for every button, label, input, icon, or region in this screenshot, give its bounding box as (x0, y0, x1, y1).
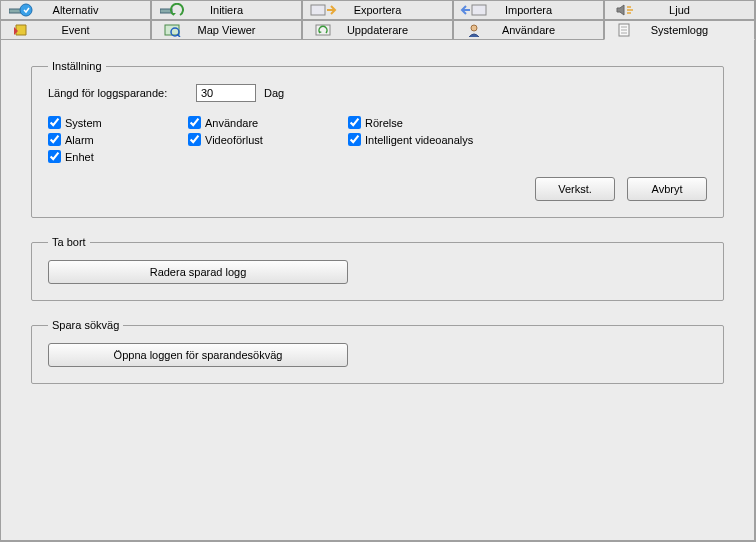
svg-point-9 (471, 25, 477, 31)
apply-button[interactable]: Verkst. (535, 177, 615, 201)
tab-row-1: Alternativ Initiera Exportera Importera … (0, 0, 755, 20)
tab-label: Importera (494, 4, 603, 16)
log-length-input[interactable] (196, 84, 256, 102)
delete-legend: Ta bort (48, 236, 90, 248)
tab-label: Ljud (645, 4, 754, 16)
log-icon (605, 23, 645, 37)
settings-buttons: Verkst. Avbryt (48, 177, 707, 201)
event-icon (1, 23, 41, 37)
tab-alternativ[interactable]: Alternativ (0, 0, 151, 20)
tab-map-viewer[interactable]: Map Viewer (151, 20, 302, 40)
settings-group: Inställning Längd för loggsparande: Dag … (31, 60, 724, 218)
cancel-button[interactable]: Avbryt (627, 177, 707, 201)
updater-icon (303, 23, 343, 37)
savepath-group: Spara sökväg Öppna loggen för sparandesö… (31, 319, 724, 384)
tab-importera[interactable]: Importera (453, 0, 604, 20)
check-alarm[interactable]: Alarm (48, 133, 188, 146)
check-videoloss-box[interactable] (188, 133, 201, 146)
log-length-row: Längd för loggsparande: Dag (48, 84, 707, 102)
check-videoloss[interactable]: Videoförlust (188, 133, 348, 146)
log-length-label: Längd för loggsparande: (48, 87, 188, 99)
tab-label: Initiera (192, 4, 301, 16)
tab-ljud[interactable]: Ljud (604, 0, 755, 20)
map-icon (152, 23, 192, 37)
tab-exportera[interactable]: Exportera (302, 0, 453, 20)
log-length-unit: Dag (264, 87, 284, 99)
tab-content: Inställning Längd för loggsparande: Dag … (0, 40, 755, 541)
check-alarm-box[interactable] (48, 133, 61, 146)
check-system[interactable]: System (48, 116, 188, 129)
check-device-box[interactable] (48, 150, 61, 163)
check-iva[interactable]: Intelligent videoanalys (348, 133, 548, 146)
check-iva-box[interactable] (348, 133, 361, 146)
tab-label: Användare (494, 24, 603, 36)
tab-label: Map Viewer (192, 24, 301, 36)
check-device[interactable]: Enhet (48, 150, 188, 163)
export-icon (303, 3, 343, 17)
initiate-icon (152, 3, 192, 17)
check-motion[interactable]: Rörelse (348, 116, 548, 129)
user-icon (454, 23, 494, 37)
tab-label: Uppdaterare (343, 24, 452, 36)
savepath-legend: Spara sökväg (48, 319, 123, 331)
svg-rect-0 (9, 9, 21, 13)
tab-row-2: Event Map Viewer Uppdaterare Användare S… (0, 20, 755, 40)
check-grid: System Användare Rörelse Alarm Videoförl… (48, 116, 707, 163)
svg-line-7 (177, 34, 180, 37)
svg-rect-4 (472, 5, 486, 15)
tab-label: Systemlogg (645, 24, 754, 36)
check-user[interactable]: Användare (188, 116, 348, 129)
check-system-box[interactable] (48, 116, 61, 129)
tab-systemlogg[interactable]: Systemlogg (604, 20, 755, 40)
tab-label: Event (41, 24, 150, 36)
check-user-box[interactable] (188, 116, 201, 129)
tab-uppdaterare[interactable]: Uppdaterare (302, 20, 453, 40)
svg-point-1 (20, 4, 32, 16)
delete-group: Ta bort Radera sparad logg (31, 236, 724, 301)
tab-label: Alternativ (41, 4, 150, 16)
delete-log-button[interactable]: Radera sparad logg (48, 260, 348, 284)
sound-icon (605, 3, 645, 17)
options-icon (1, 3, 41, 17)
tab-event[interactable]: Event (0, 20, 151, 40)
tab-label: Exportera (343, 4, 452, 16)
tab-initiera[interactable]: Initiera (151, 0, 302, 20)
check-motion-box[interactable] (348, 116, 361, 129)
open-log-path-button[interactable]: Öppna loggen för sparandesökväg (48, 343, 348, 367)
tab-anvandare[interactable]: Användare (453, 20, 604, 40)
import-icon (454, 3, 494, 17)
svg-rect-3 (311, 5, 325, 15)
settings-legend: Inställning (48, 60, 106, 72)
